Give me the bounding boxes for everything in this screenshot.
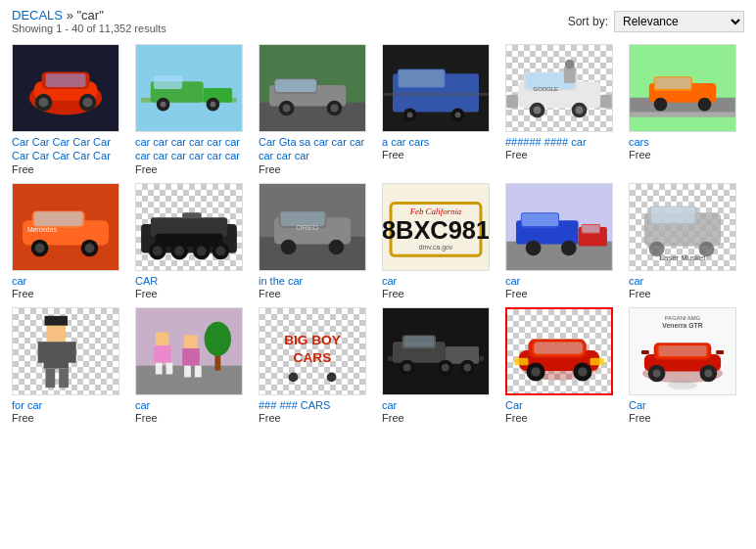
list-item[interactable]: car Free <box>505 183 621 299</box>
svg-point-73 <box>174 246 184 255</box>
item-price: Free <box>259 412 281 424</box>
list-item[interactable]: PAGANI AMG Venerra GTR <box>629 307 744 424</box>
svg-text:CARS: CARS <box>294 350 332 365</box>
svg-point-97 <box>526 240 542 255</box>
list-item[interactable]: car car car car car carcar car car car c… <box>135 44 251 175</box>
list-item[interactable]: Car Gta sa car car carcar car car Free <box>259 44 374 175</box>
svg-rect-124 <box>182 348 200 366</box>
svg-point-5 <box>39 98 49 108</box>
item-label: ### ### CARS <box>259 398 330 412</box>
item-label: a car cars <box>382 135 429 149</box>
item-price: Free <box>12 288 34 299</box>
svg-rect-78 <box>182 212 202 218</box>
item-label: in the car <box>259 274 303 288</box>
svg-text:Venerra GTR: Venerra GTR <box>662 321 702 328</box>
item-price: Free <box>505 149 528 160</box>
svg-point-128 <box>205 322 231 356</box>
svg-point-84 <box>281 239 297 254</box>
svg-point-167 <box>653 369 661 377</box>
svg-rect-106 <box>651 206 695 223</box>
item-label: Car Gta sa car car carcar car car <box>259 135 364 163</box>
svg-point-98 <box>561 240 577 255</box>
svg-rect-112 <box>38 342 46 363</box>
list-item[interactable]: BIG BOY CARS ### ### CARS Free <box>259 307 374 424</box>
item-label: car car car car car carcar car car car c… <box>135 135 240 163</box>
svg-rect-123 <box>184 335 198 348</box>
svg-point-62 <box>35 243 45 252</box>
svg-rect-101 <box>582 225 599 233</box>
svg-point-141 <box>442 364 449 372</box>
svg-point-26 <box>331 105 339 113</box>
svg-rect-145 <box>404 336 434 346</box>
item-label: car <box>629 274 643 288</box>
list-item[interactable]: OREO in the car Free <box>259 183 374 299</box>
list-item[interactable]: Car Car Car Car CarCar Car Car Car Car F… <box>12 44 127 175</box>
svg-rect-116 <box>44 316 67 326</box>
svg-point-34 <box>455 112 461 117</box>
svg-point-75 <box>197 246 207 255</box>
svg-rect-110 <box>46 323 66 343</box>
svg-rect-120 <box>154 345 171 363</box>
list-item[interactable]: cars Free <box>629 44 744 175</box>
svg-rect-151 <box>534 342 583 353</box>
svg-rect-60 <box>34 211 83 226</box>
svg-rect-8 <box>45 73 85 87</box>
svg-point-64 <box>85 243 95 252</box>
svg-rect-13 <box>154 75 182 89</box>
list-item[interactable]: a car cars Free <box>382 44 497 175</box>
svg-point-77 <box>215 246 225 255</box>
item-label: CAR <box>135 274 158 288</box>
list-item[interactable]: for car Free <box>12 307 127 424</box>
svg-text:Mercedes: Mercedes <box>27 225 58 232</box>
svg-point-139 <box>403 364 411 372</box>
item-label: ###### #### car <box>505 135 587 149</box>
svg-rect-19 <box>260 103 365 131</box>
item-label: car <box>382 274 397 288</box>
svg-text:8BXC981: 8BXC981 <box>383 215 489 243</box>
sort-area: Sort by: Relevance Most Favorited Newest… <box>568 11 744 32</box>
item-price: Free <box>505 288 528 299</box>
list-item[interactable]: Feb California 8BXC981 dmv.ca.gov car Fr… <box>382 183 497 299</box>
list-item[interactable]: Car Free <box>505 307 621 424</box>
list-item[interactable]: Mercedes car Free <box>12 183 127 299</box>
svg-text:OREO: OREO <box>296 223 318 232</box>
svg-point-7 <box>83 98 93 108</box>
item-price: Free <box>382 412 404 424</box>
sort-select[interactable]: Relevance Most Favorited Newest Oldest P… <box>614 11 744 32</box>
svg-rect-46 <box>506 95 518 109</box>
svg-rect-69 <box>156 233 222 247</box>
svg-rect-170 <box>641 350 649 354</box>
list-item[interactable]: GOOGLE ###### #### car Free <box>505 44 621 175</box>
item-label: cars <box>629 135 649 149</box>
list-item[interactable]: CAR Free <box>135 183 251 299</box>
svg-point-153 <box>531 367 541 377</box>
svg-rect-122 <box>166 363 173 375</box>
item-price: Free <box>12 412 34 424</box>
list-item[interactable]: Laser Musket car Free <box>629 183 744 299</box>
decals-link[interactable]: DECALS <box>12 8 63 23</box>
svg-point-132 <box>289 372 299 382</box>
item-price: Free <box>505 412 528 424</box>
results-count: Showing 1 - 40 of 11,352 results <box>12 23 166 34</box>
svg-point-43 <box>576 107 584 114</box>
svg-rect-165 <box>659 345 707 356</box>
list-item[interactable]: car Free <box>382 307 497 424</box>
item-label: Car <box>505 398 523 412</box>
item-label: Car <box>629 398 646 412</box>
svg-rect-47 <box>600 95 612 109</box>
decals-grid: Car Car Car Car CarCar Car Car Car Car F… <box>0 38 756 435</box>
sort-label: Sort by: <box>568 15 608 28</box>
svg-point-32 <box>407 112 413 117</box>
list-item[interactable]: car Free <box>135 307 251 424</box>
svg-rect-157 <box>514 358 528 366</box>
svg-point-54 <box>654 98 668 112</box>
svg-rect-121 <box>156 363 163 375</box>
item-price: Free <box>259 163 281 175</box>
svg-point-143 <box>463 364 471 372</box>
svg-rect-171 <box>716 350 724 354</box>
item-price: Free <box>135 288 158 299</box>
item-price: Free <box>259 288 281 299</box>
svg-rect-22 <box>275 79 316 92</box>
svg-text:dmv.ca.gov: dmv.ca.gov <box>419 244 453 252</box>
svg-rect-126 <box>195 366 202 378</box>
